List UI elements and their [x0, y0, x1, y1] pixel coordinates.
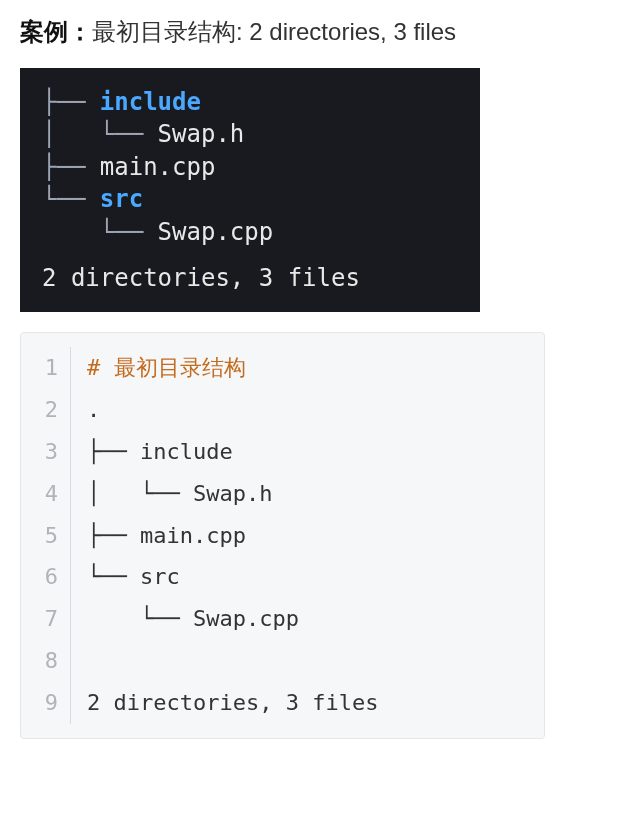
- code-segment: .: [87, 397, 100, 422]
- code-row: 3├── include: [21, 431, 544, 473]
- code-content: [71, 640, 100, 682]
- code-segment: 最初目录结构: [114, 355, 246, 380]
- line-number: 2: [21, 389, 71, 431]
- terminal-segment: include: [100, 88, 201, 116]
- terminal-segment: └──: [42, 185, 100, 213]
- terminal-segment: main.cpp: [100, 153, 216, 181]
- code-content: ├── include: [71, 431, 233, 473]
- terminal-line: ├── include: [42, 86, 462, 118]
- line-number: 8: [21, 640, 71, 682]
- code-block: 1# 最初目录结构2.3├── include4│ └── Swap.h5├──…: [20, 332, 545, 738]
- code-row: 92 directories, 3 files: [21, 682, 544, 724]
- code-content: .: [71, 389, 100, 431]
- terminal-line: └── Swap.cpp: [42, 216, 462, 248]
- terminal-segment: Swap.cpp: [158, 218, 274, 246]
- terminal-line: ├── main.cpp: [42, 151, 462, 183]
- header-description: 最初目录结构: 2 directories, 3 files: [92, 18, 456, 45]
- code-content: └── src: [71, 556, 180, 598]
- code-segment: │ └── Swap.h: [87, 481, 272, 506]
- code-row: 2.: [21, 389, 544, 431]
- code-segment: #: [87, 355, 114, 380]
- terminal-summary: 2 directories, 3 files: [42, 262, 462, 294]
- header-label: 案例：: [20, 18, 92, 45]
- terminal-output: ├── include│ └── Swap.h├── main.cpp└── s…: [20, 68, 480, 312]
- terminal-segment: ├──: [42, 88, 100, 116]
- terminal-line: │ └── Swap.h: [42, 118, 462, 150]
- code-row: 5├── main.cpp: [21, 515, 544, 557]
- terminal-segment: │ └──: [42, 120, 158, 148]
- terminal-segment: ├──: [42, 153, 100, 181]
- code-segment: 2 directories, 3 files: [87, 690, 378, 715]
- terminal-segment: src: [100, 185, 143, 213]
- code-row: 7 └── Swap.cpp: [21, 598, 544, 640]
- code-segment: └── Swap.cpp: [87, 606, 299, 631]
- code-segment: ├── main.cpp: [87, 523, 246, 548]
- code-content: 2 directories, 3 files: [71, 682, 378, 724]
- terminal-segment: └──: [42, 218, 158, 246]
- line-number: 6: [21, 556, 71, 598]
- line-number: 9: [21, 682, 71, 724]
- code-content: └── Swap.cpp: [71, 598, 299, 640]
- code-row: 4│ └── Swap.h: [21, 473, 544, 515]
- code-segment: ├── include: [87, 439, 233, 464]
- code-content: # 最初目录结构: [71, 347, 246, 389]
- code-row: 1# 最初目录结构: [21, 347, 544, 389]
- terminal-segment: Swap.h: [158, 120, 245, 148]
- page-title: 案例：最初目录结构: 2 directories, 3 files: [20, 14, 615, 50]
- line-number: 3: [21, 431, 71, 473]
- line-number: 4: [21, 473, 71, 515]
- code-content: │ └── Swap.h: [71, 473, 272, 515]
- terminal-summary-text: 2 directories, 3 files: [42, 264, 360, 292]
- code-segment: └── src: [87, 564, 180, 589]
- code-row: 8: [21, 640, 544, 682]
- line-number: 5: [21, 515, 71, 557]
- line-number: 7: [21, 598, 71, 640]
- code-row: 6└── src: [21, 556, 544, 598]
- line-number: 1: [21, 347, 71, 389]
- terminal-line: └── src: [42, 183, 462, 215]
- code-content: ├── main.cpp: [71, 515, 246, 557]
